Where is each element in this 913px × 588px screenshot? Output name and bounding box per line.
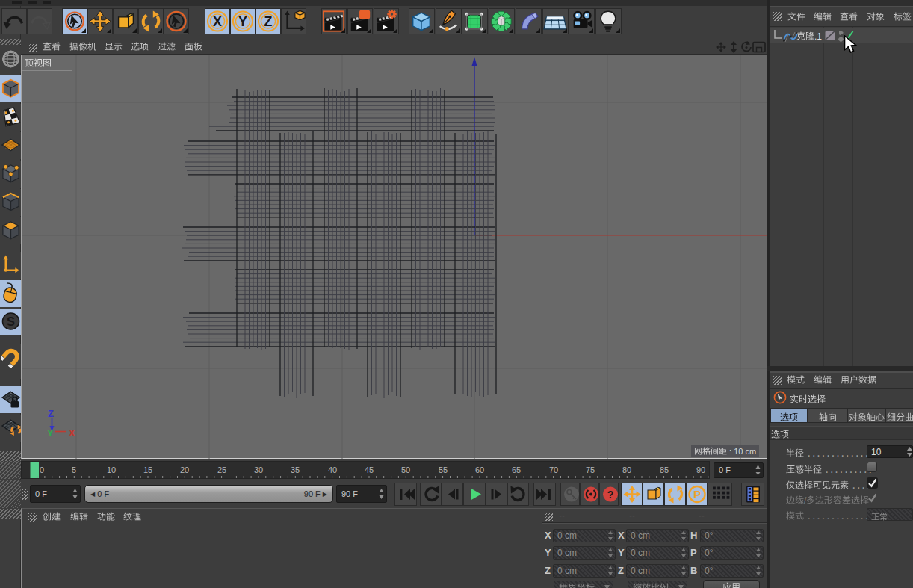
- svg-text:60: 60: [475, 465, 484, 474]
- svg-text:25: 25: [217, 465, 226, 474]
- svg-text:30: 30: [254, 465, 263, 474]
- svg-text:55: 55: [439, 465, 448, 474]
- svg-text:40: 40: [328, 465, 337, 474]
- svg-text:0: 0: [40, 465, 44, 474]
- svg-text:Z: Z: [264, 14, 273, 29]
- svg-text:Y: Y: [47, 427, 54, 439]
- svg-text:Y: Y: [238, 14, 247, 29]
- svg-text:50: 50: [401, 465, 410, 474]
- svg-text:15: 15: [143, 465, 152, 474]
- svg-text:65: 65: [512, 465, 521, 474]
- svg-text:70: 70: [549, 465, 558, 474]
- svg-text:75: 75: [586, 465, 595, 474]
- svg-text:20: 20: [180, 465, 189, 474]
- svg-text:35: 35: [291, 465, 300, 474]
- svg-text:P: P: [693, 488, 701, 501]
- svg-text:90: 90: [696, 465, 705, 474]
- svg-text:S: S: [7, 315, 15, 328]
- svg-text:?: ?: [607, 489, 614, 501]
- svg-text:5: 5: [72, 465, 76, 474]
- svg-text:10: 10: [107, 465, 116, 474]
- svg-text:45: 45: [365, 465, 374, 474]
- svg-text:X: X: [213, 14, 222, 29]
- svg-text:X: X: [69, 427, 75, 439]
- svg-text:85: 85: [660, 465, 669, 474]
- svg-text:Z: Z: [48, 408, 54, 419]
- svg-text:80: 80: [622, 465, 631, 474]
